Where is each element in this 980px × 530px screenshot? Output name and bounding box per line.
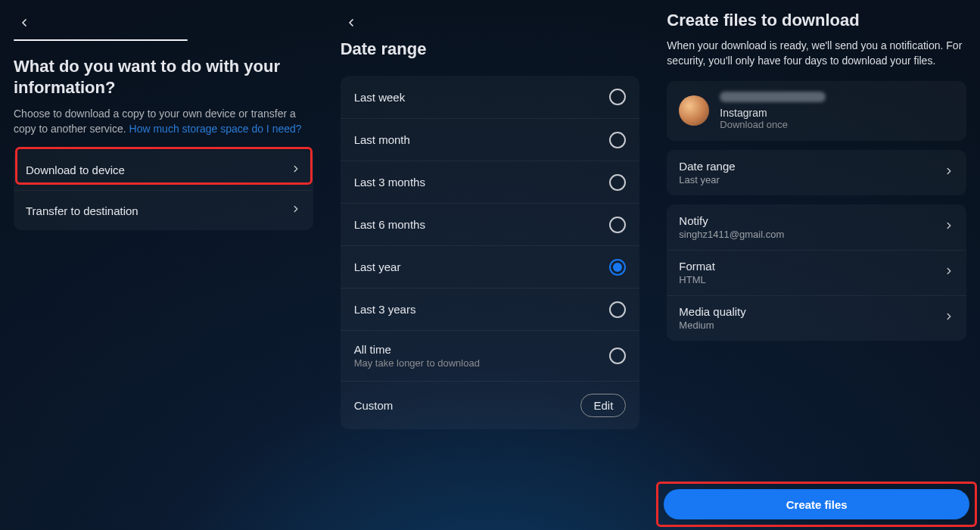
account-row[interactable]: Instagram Download once [667,81,966,141]
create-files-button[interactable]: Create files [664,489,969,519]
setting-date-range[interactable]: Date range Last year [667,150,966,195]
date-range-card: Last week Last month Last 3 months Last … [341,76,640,429]
range-label: Custom [354,399,394,412]
radio-icon [609,174,626,191]
range-label: Last week [354,91,406,104]
settings-group: Notify singhz1411@gmail.com Format HTML … [667,204,966,341]
panel-title: Create files to download [667,11,966,30]
setting-title: Format [679,260,715,273]
option-download-to-device[interactable]: Download to device [14,150,313,190]
panel-date-range: Date range Last week Last month Last 3 m… [327,0,654,530]
setting-format[interactable]: Format HTML [667,250,966,295]
range-label: All time [354,343,480,356]
setting-notify[interactable]: Notify singhz1411@gmail.com [667,204,966,250]
progress-underline [14,39,188,41]
radio-icon [609,348,626,364]
account-group: Instagram Download once [667,81,966,141]
chevron-right-icon [944,220,954,234]
date-range-group: Date range Last year [667,150,966,195]
option-transfer-to-destination[interactable]: Transfer to destination [14,190,313,230]
radio-icon [609,89,626,105]
panel-title: What do you want to do with your informa… [14,56,313,98]
storage-help-link[interactable]: How much storage space do I need? [129,123,302,135]
range-last-year[interactable]: Last year [341,245,640,288]
panel-subtext: Choose to download a copy to your own de… [14,107,313,136]
range-label: Last year [354,260,401,273]
range-last-week[interactable]: Last week [341,76,640,118]
range-last-6-months[interactable]: Last 6 months [341,203,640,245]
back-button[interactable] [14,12,35,33]
chevron-right-icon [944,311,954,325]
range-label: Last 3 months [354,176,425,189]
panel-subtext: When your download is ready, we'll send … [667,38,966,69]
chevron-right-icon [291,204,301,217]
setting-value: Last year [679,174,735,186]
setting-value: singhz1411@gmail.com [679,229,784,240]
panel-title: Date range [341,39,640,59]
option-label: Transfer to destination [26,204,138,217]
avatar [679,95,709,126]
range-last-month[interactable]: Last month [341,118,640,161]
back-button[interactable] [341,12,362,33]
range-last-3-months[interactable]: Last 3 months [341,161,640,203]
setting-value: Medium [679,320,745,331]
radio-icon [609,217,626,233]
chevron-right-icon [291,164,301,177]
range-last-3-years[interactable]: Last 3 years [341,288,640,330]
setting-title: Notify [679,214,784,227]
range-all-time[interactable]: All time May take longer to download [341,330,640,381]
options-card: Download to device Transfer to destinati… [14,150,313,230]
setting-media-quality[interactable]: Media quality Medium [667,295,966,341]
panel-create-files: Create files to download When your downl… [653,0,980,530]
chevron-right-icon [944,266,954,279]
account-service: Instagram [720,107,826,119]
setting-title: Date range [679,160,735,173]
option-label: Download to device [26,164,125,176]
range-label: Last 6 months [354,218,425,231]
account-name-redacted [720,92,826,102]
custom-edit-button[interactable]: Edit [580,394,626,417]
setting-title: Media quality [679,305,745,318]
range-custom[interactable]: Custom Edit [341,381,640,429]
range-sublabel: May take longer to download [354,357,480,369]
range-label: Last 3 years [354,303,416,316]
chevron-right-icon [944,166,954,179]
panel-what-to-do: What do you want to do with your informa… [0,0,327,530]
chevron-left-icon [345,17,357,29]
setting-value: HTML [679,274,715,285]
range-label: Last month [354,133,410,146]
radio-icon [609,132,626,148]
radio-selected-icon [609,259,626,276]
radio-icon [609,301,626,318]
account-sub: Download once [720,119,826,130]
chevron-left-icon [18,17,30,29]
